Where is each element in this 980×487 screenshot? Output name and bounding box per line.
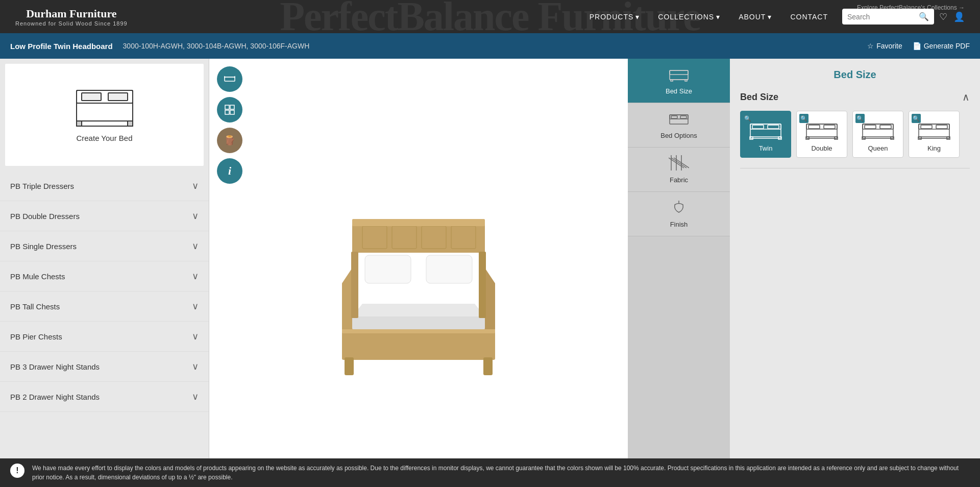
account-button[interactable]: 👤 xyxy=(953,11,965,22)
logo: Durham Furniture Renowned for Solid Wood… xyxy=(15,7,128,27)
size-options: 🔍 Twin 🔍 Double 🔍 xyxy=(740,111,970,158)
create-bed-label: Create Your Bed xyxy=(76,134,132,142)
svg-rect-3 xyxy=(108,93,128,101)
svg-rect-59 xyxy=(806,124,837,138)
sidebar-item-1[interactable]: PB Double Dressers∨ xyxy=(0,201,209,231)
svg-rect-33 xyxy=(352,219,485,226)
svg-rect-2 xyxy=(82,93,101,101)
svg-rect-32 xyxy=(451,226,476,249)
svg-rect-39 xyxy=(671,80,673,81)
svg-rect-11 xyxy=(225,105,229,109)
info-bar-actions: ☆ Favorite 📄 Generate PDF xyxy=(867,42,970,50)
chevron-down-icon: ▾ xyxy=(635,13,640,21)
dimensions-button[interactable] xyxy=(217,66,242,92)
nav-collections[interactable]: COLLECTIONS ▾ xyxy=(649,0,729,33)
disclaimer-bar: ! We have made every effort to display t… xyxy=(0,458,980,487)
bed-image-area[interactable]: Drag to rotate. Tap to zoom in. ⤢ xyxy=(209,59,628,487)
svg-rect-6 xyxy=(128,121,133,126)
disclaimer-icon: ! xyxy=(10,464,24,478)
svg-rect-62 xyxy=(824,125,835,129)
sidebar-item-5[interactable]: PB Pier Chests∨ xyxy=(0,322,209,352)
svg-rect-52 xyxy=(750,124,781,138)
svg-rect-5 xyxy=(77,121,82,126)
config-option-bed-size[interactable]: Bed Size xyxy=(628,59,730,103)
config-option-bed-options[interactable]: Bed Options xyxy=(628,103,730,148)
wood-color-button[interactable]: 🪵 xyxy=(217,128,242,153)
svg-rect-29 xyxy=(362,226,387,249)
bed-size-section: Bed Size ∧ 🔍 Twin 🔍 Double 🔍 xyxy=(740,91,970,158)
svg-rect-75 xyxy=(921,125,932,129)
collapse-button[interactable]: ∧ xyxy=(962,91,970,103)
svg-marker-19 xyxy=(342,268,352,329)
svg-rect-7 xyxy=(225,77,235,81)
favorite-button[interactable]: ☆ Favorite xyxy=(867,42,902,50)
svg-rect-15 xyxy=(342,329,495,360)
svg-rect-26 xyxy=(365,255,411,283)
svg-rect-43 xyxy=(671,116,677,118)
svg-rect-31 xyxy=(422,226,446,249)
wishlist-button[interactable]: ♡ xyxy=(939,11,947,22)
bed-size-header: Bed Size ∧ xyxy=(740,91,970,103)
svg-rect-36 xyxy=(670,70,688,80)
svg-rect-35 xyxy=(479,252,486,318)
search-input[interactable] xyxy=(847,13,919,21)
product-codes: 3000-100H-AGWH, 3000-104B-AGWH, 3000-106… xyxy=(123,42,310,50)
logo-tagline: Renowned for Solid Wood Since 1899 xyxy=(15,20,128,27)
product-title: Low Profile Twin Headboard xyxy=(10,42,113,51)
sidebar-item-2[interactable]: PB Single Dressers∨ xyxy=(0,231,209,261)
size-option-twin[interactable]: 🔍 Twin xyxy=(740,111,791,158)
svg-rect-44 xyxy=(680,116,687,118)
zoom-icon: 🔍 xyxy=(743,114,752,123)
svg-rect-14 xyxy=(230,110,234,114)
navigation: PerfectBalance Furniture Durham Furnitur… xyxy=(0,0,980,33)
nav-about[interactable]: ABOUT ▾ xyxy=(729,0,781,33)
nav-icon-group: ♡ 👤 xyxy=(939,11,965,22)
svg-rect-61 xyxy=(808,125,820,129)
svg-rect-69 xyxy=(880,125,891,129)
svg-rect-55 xyxy=(768,125,779,129)
sidebar-item-3[interactable]: PB Mule Chests∨ xyxy=(0,261,209,291)
svg-marker-25 xyxy=(352,304,485,316)
svg-rect-18 xyxy=(483,357,493,375)
main-layout: Create Your Bed PB Triple Dressers∨PB Do… xyxy=(0,59,980,487)
nav-products[interactable]: PRODUCTS ▾ xyxy=(580,0,649,33)
svg-marker-20 xyxy=(485,268,495,329)
info-bar: Low Profile Twin Headboard 3000-100H-AGW… xyxy=(0,33,980,59)
zoom-icon: 🔍 xyxy=(855,114,865,123)
svg-rect-34 xyxy=(351,252,358,318)
generate-pdf-button[interactable]: 📄 Generate PDF xyxy=(913,42,970,50)
size-option-queen[interactable]: 🔍 Queen xyxy=(852,111,903,158)
svg-rect-73 xyxy=(919,124,949,138)
viewer-controls: 🪵 i xyxy=(217,66,242,184)
disclaimer-text: We have made every effort to display the… xyxy=(32,464,970,482)
star-icon: ☆ xyxy=(867,42,874,50)
sidebar-item-4[interactable]: PB Tall Chests∨ xyxy=(0,291,209,322)
sidebar-item-7[interactable]: PB 2 Drawer Night Stands∨ xyxy=(0,382,209,412)
section-label: Bed Size xyxy=(740,92,778,103)
config-option-fabric[interactable]: Fabric xyxy=(628,148,730,192)
svg-rect-13 xyxy=(225,110,229,114)
sidebar-item-0[interactable]: PB Triple Dressers∨ xyxy=(0,171,209,201)
svg-rect-40 xyxy=(685,80,687,81)
svg-rect-68 xyxy=(865,125,876,129)
search-box[interactable]: 🔍 xyxy=(842,9,934,25)
svg-rect-54 xyxy=(752,125,764,129)
nav-links: PRODUCTS ▾ COLLECTIONS ▾ ABOUT ▾ CONTACT… xyxy=(580,0,965,33)
size-option-king[interactable]: 🔍 King xyxy=(909,111,960,158)
info-button[interactable]: i xyxy=(217,158,242,184)
logo-name: Durham Furniture xyxy=(26,7,116,20)
search-icon: 🔍 xyxy=(919,12,929,21)
sidebar-item-6[interactable]: PB 3 Drawer Night Stands∨ xyxy=(0,352,209,382)
nav-contact[interactable]: CONTACT xyxy=(781,0,837,33)
config-option-finish[interactable]: Finish xyxy=(628,192,730,236)
far-right-panel: Bed Size Bed Size ∧ 🔍 Twin 🔍 xyxy=(730,59,980,487)
svg-rect-66 xyxy=(863,124,893,138)
svg-rect-37 xyxy=(670,70,688,75)
divider xyxy=(740,168,970,168)
zoom-icon: 🔍 xyxy=(912,114,921,123)
view-mode-button[interactable] xyxy=(217,97,242,123)
svg-line-45 xyxy=(671,158,687,168)
chevron-down-icon: ▾ xyxy=(716,13,720,21)
left-sidebar: Create Your Bed PB Triple Dressers∨PB Do… xyxy=(0,59,209,487)
size-option-double[interactable]: 🔍 Double xyxy=(796,111,847,158)
